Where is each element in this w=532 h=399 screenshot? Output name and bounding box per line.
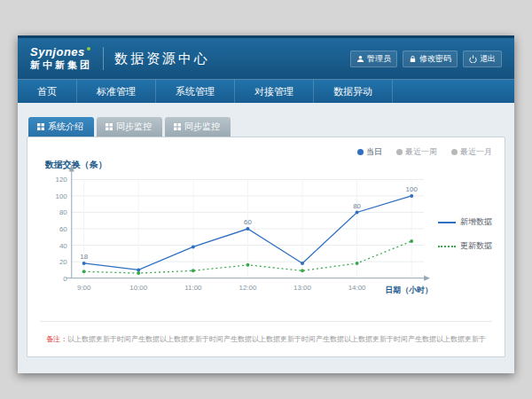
main-nav: 首页 标准管理 系统管理 对接管理 数据异动 — [18, 79, 514, 103]
filter-dot-icon — [396, 149, 403, 155]
nav-item-connect-mgmt[interactable]: 对接管理 — [235, 80, 314, 103]
series-legend: 新增数据 更新数据 — [436, 216, 492, 252]
data-point-label: 80 — [353, 202, 361, 210]
nav-item-standard-mgmt[interactable]: 标准管理 — [77, 80, 156, 103]
grid-icon — [174, 123, 181, 130]
chart-panel: 当日 最近一周 最近一月 数据交换（条） 日期（小时） 020406080100… — [27, 137, 505, 357]
footnote-label: 备注： — [46, 335, 67, 343]
grid-icon — [106, 123, 113, 130]
tab-label: 同步监控 — [184, 121, 220, 133]
data-point — [192, 245, 195, 248]
x-axis-arrow-icon — [424, 276, 430, 281]
user-icon — [356, 55, 364, 63]
x-axis-title: 日期（小时） — [385, 286, 433, 294]
data-point — [82, 270, 86, 273]
y-tick-label: 20 — [59, 258, 67, 266]
filter-last-week[interactable]: 最近一周 — [396, 146, 437, 158]
data-point — [301, 269, 304, 272]
data-point — [301, 262, 304, 265]
x-tick-label: 12:00 — [239, 284, 256, 292]
data-point — [410, 239, 413, 243]
logo-cn-text: 新中新集团 — [30, 59, 92, 71]
data-point — [137, 268, 140, 271]
logout-button[interactable]: 退出 — [463, 51, 502, 67]
lock-icon — [409, 55, 417, 63]
footnote-text: 以上数据更新于时间产生数据以上数据更新于时间产生数据以上数据更新于时间产生数据以… — [67, 335, 486, 343]
x-tick-label: 9:00 — [77, 284, 91, 292]
grid-icon — [37, 123, 44, 130]
tab-sync-monitor-1[interactable]: 同步监控 — [97, 117, 162, 137]
tab-label: 系统介绍 — [48, 121, 83, 133]
content-area: 系统介绍 同步监控 同步监控 当日 最近一周 最近一月 数据交换（条） 日期（小… — [18, 103, 514, 373]
legend-new-data[interactable]: 新增数据 — [438, 216, 492, 228]
data-point-label: 60 — [244, 218, 252, 226]
y-tick-label: 60 — [59, 225, 67, 233]
solid-line-icon — [438, 222, 456, 223]
x-tick-label: 11:00 — [184, 284, 202, 292]
data-point — [137, 271, 140, 275]
data-point — [82, 262, 86, 265]
y-tick-label: 0 — [63, 275, 67, 283]
y-axis-title: 数据交换（条） — [44, 160, 106, 170]
change-password-button[interactable]: 修改密码 — [403, 51, 458, 67]
x-tick-label: 10:00 — [129, 284, 147, 292]
logo-green-dot-icon — [87, 47, 90, 51]
header-actions: 管理员 修改密码 退出 — [350, 51, 502, 67]
change-password-label: 修改密码 — [419, 53, 451, 65]
data-point — [356, 262, 359, 265]
filter-today[interactable]: 当日 — [357, 146, 382, 158]
tab-label: 同步监控 — [116, 121, 152, 133]
admin-user-button[interactable]: 管理员 — [350, 51, 397, 67]
dotted-line-icon — [438, 246, 456, 247]
data-point — [246, 263, 249, 267]
tab-bar: 系统介绍 同步监控 同步监控 — [27, 117, 505, 137]
header-divider — [103, 47, 104, 70]
y-tick-label: 120 — [56, 176, 68, 184]
legend-updated-data[interactable]: 更新数据 — [438, 240, 492, 252]
filter-dot-icon — [357, 149, 364, 155]
y-tick-label: 100 — [56, 192, 68, 200]
logo-en-text: Synjones — [30, 45, 85, 59]
data-point-label: 18 — [80, 253, 88, 261]
data-point — [410, 194, 413, 198]
nav-item-data-change[interactable]: 数据异动 — [314, 80, 393, 103]
x-tick-label: 14:00 — [348, 284, 366, 292]
y-tick-label: 80 — [59, 208, 67, 216]
nav-item-system-mgmt[interactable]: 系统管理 — [156, 80, 235, 103]
chart-row: 数据交换（条） 日期（小时） 0204060801001209:0010:001… — [40, 158, 492, 310]
data-point — [356, 211, 359, 215]
power-icon — [469, 55, 477, 63]
filter-last-month[interactable]: 最近一月 — [451, 146, 492, 158]
nav-item-home[interactable]: 首页 — [18, 80, 77, 103]
tab-system-intro[interactable]: 系统介绍 — [28, 117, 94, 137]
logout-label: 退出 — [480, 53, 496, 65]
brand-logo: Synjones 新中新集团 — [30, 46, 92, 71]
data-exchange-line-chart: 数据交换（条） 日期（小时） 0204060801001209:0010:001… — [40, 158, 436, 310]
footnote: 备注：以上数据更新于时间产生数据以上数据更新于时间产生数据以上数据更新于时间产生… — [40, 321, 492, 344]
app-window: Synjones 新中新集团 数据资源中心 管理员 修改密码 退出 首页 标准管… — [18, 35, 514, 373]
data-point — [192, 269, 195, 272]
page-title: 数据资源中心 — [114, 51, 210, 67]
data-point-label: 100 — [406, 185, 419, 193]
time-filter-legend: 当日 最近一周 最近一月 — [40, 146, 492, 158]
admin-user-label: 管理员 — [367, 53, 391, 65]
data-point — [246, 227, 249, 231]
filter-dot-icon — [451, 149, 458, 155]
y-tick-label: 40 — [59, 242, 67, 250]
app-header: Synjones 新中新集团 数据资源中心 管理员 修改密码 退出 — [18, 35, 514, 79]
tab-sync-monitor-2[interactable]: 同步监控 — [165, 117, 231, 137]
x-tick-label: 13:00 — [293, 284, 311, 292]
